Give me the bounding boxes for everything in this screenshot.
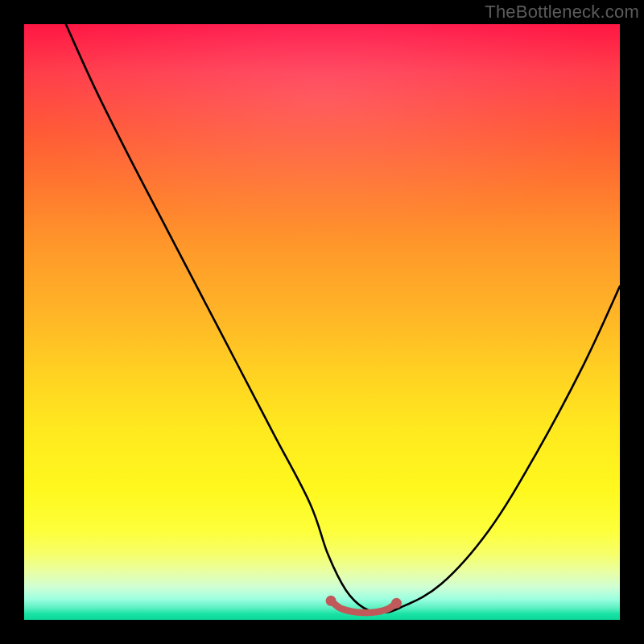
bottleneck-curve [66,24,620,612]
watermark-label: TheBottleneck.com [485,2,639,23]
chart-frame: TheBottleneck.com [0,0,644,644]
plot-area [24,24,620,620]
valley-right-dot [391,598,402,609]
valley-left-dot [326,596,336,606]
curve-svg [24,24,620,620]
